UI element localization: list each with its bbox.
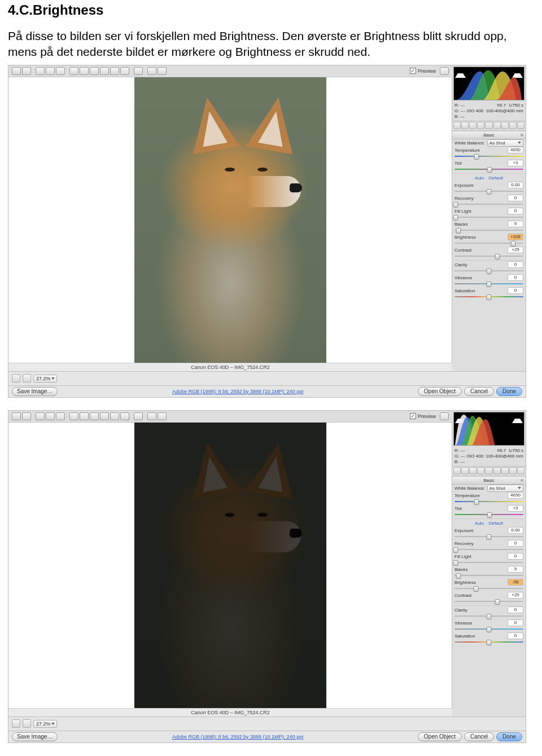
hand-tool-icon[interactable] [22, 67, 31, 75]
tab-basic-icon[interactable] [453, 467, 461, 474]
histogram[interactable] [453, 412, 524, 446]
panel-menu-icon[interactable]: ≡ [521, 477, 523, 484]
vibrance-value[interactable]: 0 [508, 274, 523, 281]
blacks-value[interactable]: 5 [508, 221, 523, 227]
blacks-value[interactable]: 5 [508, 566, 523, 573]
done-button[interactable]: Done [496, 387, 522, 396]
zoom-select[interactable]: 27.2% [33, 720, 57, 728]
saturation-slider[interactable] [454, 295, 523, 299]
temperature-value[interactable]: 4650 [508, 492, 523, 499]
adjustment-brush-icon[interactable] [110, 412, 119, 420]
tab-lens-icon[interactable] [493, 122, 501, 129]
prev-image-icon[interactable] [12, 374, 20, 383]
target-adjust-icon[interactable] [56, 412, 65, 420]
tab-lens-icon[interactable] [493, 467, 501, 474]
target-adjust-icon[interactable] [56, 67, 65, 75]
clarity-slider[interactable] [454, 269, 523, 273]
zoom-select[interactable]: 27.2% [33, 375, 57, 383]
default-link[interactable]: Default [489, 521, 503, 526]
brightness-value[interactable]: +108 [508, 234, 523, 240]
exposure-value[interactable]: 0.00 [508, 182, 523, 188]
redeye-tool-icon[interactable] [100, 412, 109, 420]
tab-curve-icon[interactable] [461, 122, 469, 129]
tab-fx-icon[interactable] [501, 122, 509, 129]
fullscreen-toggle-icon[interactable] [440, 67, 449, 75]
straighten-tool-icon[interactable] [80, 67, 89, 75]
saturation-value[interactable]: 0 [508, 632, 523, 639]
saturation-value[interactable]: 0 [508, 287, 523, 294]
tab-detail-icon[interactable] [469, 122, 477, 129]
vibrance-value[interactable]: 0 [508, 619, 523, 626]
hand-tool-icon[interactable] [22, 412, 31, 420]
rotate-cw-icon[interactable] [158, 412, 167, 420]
tab-split-icon[interactable] [485, 467, 492, 474]
zoom-tool-icon[interactable] [12, 412, 21, 420]
wb-tool-icon[interactable] [36, 67, 45, 75]
zoom-tool-icon[interactable] [12, 67, 21, 75]
workflow-options-link[interactable]: Adobe RGB (1998); 8 bit; 2592 by 3888 (1… [58, 389, 417, 394]
auto-link[interactable]: Auto [475, 175, 484, 181]
default-link[interactable]: Default [489, 175, 503, 181]
saturation-slider[interactable] [454, 640, 523, 644]
recovery-value[interactable]: 0 [508, 540, 523, 547]
cancel-button[interactable]: Cancel [464, 387, 494, 396]
tint-value[interactable]: +3 [508, 160, 523, 166]
straighten-tool-icon[interactable] [80, 412, 89, 420]
tint-slider[interactable] [454, 512, 523, 517]
crop-tool-icon[interactable] [69, 67, 78, 75]
contrast-value[interactable]: +25 [508, 592, 523, 599]
recovery-slider[interactable] [454, 202, 523, 206]
panel-menu-icon[interactable]: ≡ [521, 131, 523, 139]
crop-tool-icon[interactable] [69, 412, 78, 420]
next-image-icon[interactable] [23, 719, 31, 728]
image-preview[interactable] [8, 77, 452, 363]
rotate-cw-icon[interactable] [158, 67, 167, 75]
tab-calib-icon[interactable] [509, 467, 517, 474]
tab-split-icon[interactable] [485, 122, 492, 129]
tab-curve-icon[interactable] [461, 467, 469, 474]
save-image-button[interactable]: Save Image… [12, 387, 58, 396]
brightness-slider[interactable] [454, 586, 523, 591]
temperature-slider[interactable] [454, 499, 523, 504]
fullscreen-toggle-icon[interactable] [440, 412, 449, 420]
recovery-value[interactable]: 0 [508, 195, 523, 201]
prefs-icon[interactable] [134, 412, 143, 420]
brightness-slider[interactable] [454, 241, 523, 245]
prev-image-icon[interactable] [12, 719, 20, 728]
save-image-button[interactable]: Save Image… [12, 732, 58, 741]
graduated-filter-icon[interactable] [120, 67, 129, 75]
tab-presets-icon[interactable] [517, 122, 524, 129]
tint-slider[interactable] [454, 167, 523, 172]
tab-basic-icon[interactable] [453, 122, 461, 129]
filllight-value[interactable]: 0 [508, 208, 523, 214]
exposure-value[interactable]: 0.00 [508, 527, 523, 534]
temperature-slider[interactable] [454, 154, 523, 159]
prefs-icon[interactable] [134, 67, 143, 75]
tint-value[interactable]: +3 [508, 505, 523, 512]
contrast-slider[interactable] [454, 599, 523, 604]
wb-tool-icon[interactable] [36, 412, 45, 420]
tab-hsl-icon[interactable] [477, 122, 484, 129]
graduated-filter-icon[interactable] [120, 412, 129, 420]
preview-checkbox[interactable]: ✓ [410, 68, 416, 74]
preview-checkbox[interactable]: ✓ [410, 413, 416, 419]
clarity-value[interactable]: 0 [508, 606, 523, 613]
wb-select[interactable]: As Shot [487, 139, 523, 147]
image-preview[interactable] [8, 423, 452, 708]
exposure-slider[interactable] [454, 189, 523, 194]
contrast-value[interactable]: +25 [508, 247, 523, 253]
rotate-ccw-icon[interactable] [147, 67, 156, 75]
cancel-button[interactable]: Cancel [464, 732, 494, 741]
color-sampler-icon[interactable] [46, 67, 55, 75]
clarity-value[interactable]: 0 [508, 261, 523, 268]
blacks-slider[interactable] [454, 573, 523, 578]
contrast-slider[interactable] [454, 254, 523, 258]
vibrance-slider[interactable] [454, 282, 523, 286]
redeye-tool-icon[interactable] [100, 67, 109, 75]
filllight-slider[interactable] [454, 560, 523, 565]
spot-removal-icon[interactable] [90, 412, 99, 420]
spot-removal-icon[interactable] [90, 67, 99, 75]
temperature-value[interactable]: 4650 [508, 147, 523, 153]
tab-presets-icon[interactable] [517, 467, 524, 474]
rotate-ccw-icon[interactable] [147, 412, 156, 420]
